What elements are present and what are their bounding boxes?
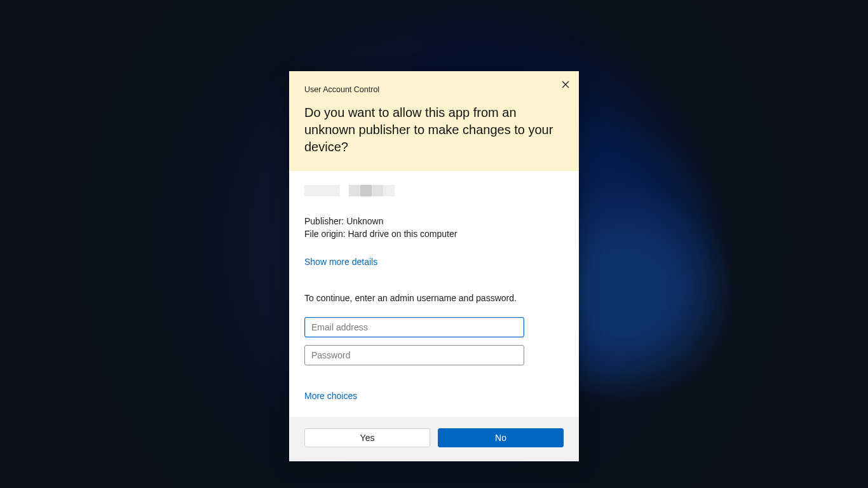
- program-name-redacted: [304, 185, 564, 196]
- close-icon: [562, 81, 569, 88]
- dialog-header: User Account Control Do you want to allo…: [289, 71, 579, 171]
- password-field[interactable]: [304, 345, 524, 365]
- continue-prompt: To continue, enter an admin username and…: [304, 293, 564, 303]
- more-choices-link[interactable]: More choices: [304, 391, 357, 401]
- redacted-block: [349, 185, 395, 196]
- close-button[interactable]: [556, 75, 575, 94]
- show-more-details-link[interactable]: Show more details: [304, 257, 377, 267]
- publisher-line: Publisher: Unknown: [304, 215, 564, 228]
- no-button[interactable]: No: [438, 428, 564, 447]
- dialog-title: User Account Control: [304, 85, 564, 94]
- dialog-body: Publisher: Unknown File origin: Hard dri…: [289, 171, 579, 417]
- yes-button[interactable]: Yes: [304, 428, 430, 447]
- dialog-heading: Do you want to allow this app from an un…: [304, 104, 564, 156]
- email-field[interactable]: [304, 317, 524, 337]
- dialog-footer: Yes No: [289, 417, 579, 461]
- redacted-block: [304, 185, 340, 196]
- uac-dialog: User Account Control Do you want to allo…: [289, 71, 579, 461]
- file-origin-line: File origin: Hard drive on this computer: [304, 228, 564, 241]
